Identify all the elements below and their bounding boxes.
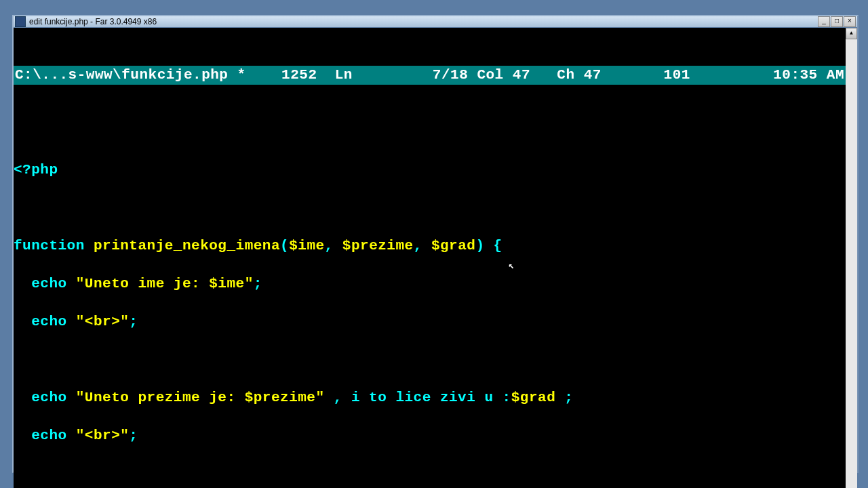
scroll-up-button[interactable]: ▲	[846, 28, 857, 39]
app-icon	[15, 16, 26, 27]
code-editor[interactable]: C:\...s-www\funkcije.php * 1252 Ln 7/18 …	[14, 28, 846, 488]
var-grad: $grad	[511, 390, 556, 405]
codepage: 1252	[281, 66, 317, 85]
ch-label: Ch	[557, 66, 574, 85]
window-controls: _ □ ×	[818, 16, 856, 27]
ch-value: 47	[584, 66, 601, 85]
minimize-button[interactable]: _	[818, 16, 830, 27]
param-grad: $grad	[431, 238, 476, 253]
vertical-scrollbar[interactable]: ▲ ▼	[846, 28, 857, 488]
scroll-track[interactable]	[846, 39, 857, 488]
time: 10:35 AM	[773, 66, 844, 85]
col-value: 47	[513, 66, 530, 85]
keyword-function: function	[14, 238, 94, 253]
titlebar: edit funkcije.php - Far 3.0.4949 x86 _ □…	[14, 16, 857, 28]
code-area[interactable]: <?php function printanje_nekog_imena($im…	[14, 142, 846, 488]
string-literal: "<br>"	[76, 428, 130, 443]
line-label: Ln	[335, 66, 353, 85]
param-prezime: $prezime	[342, 238, 414, 253]
line-info: 7/18	[433, 66, 468, 85]
php-open-tag: <?php	[14, 162, 58, 178]
file-path: C:\...s-www\funkcije.php *	[15, 66, 246, 85]
param-ime: $ime	[289, 238, 324, 253]
string-literal: "Uneto prezime je: $prezime"	[76, 390, 325, 405]
close-button[interactable]: ×	[844, 16, 856, 27]
window-title: edit funkcije.php - Far 3.0.4949 x86	[29, 17, 818, 26]
col-label: Col	[477, 66, 503, 85]
editor-statusbar: C:\...s-www\funkcije.php * 1252 Ln 7/18 …	[14, 66, 846, 85]
char-code: 101	[664, 66, 690, 85]
string-literal: "<br>"	[76, 314, 130, 329]
maximize-button[interactable]: □	[831, 16, 843, 27]
editor-content: C:\...s-www\funkcije.php * 1252 Ln 7/18 …	[14, 28, 857, 488]
string-literal: "Uneto ime je: $ime"	[76, 276, 254, 291]
far-manager-window: edit funkcije.php - Far 3.0.4949 x86 _ □…	[12, 15, 859, 473]
function-name: printanje_nekog_imena	[94, 238, 280, 253]
